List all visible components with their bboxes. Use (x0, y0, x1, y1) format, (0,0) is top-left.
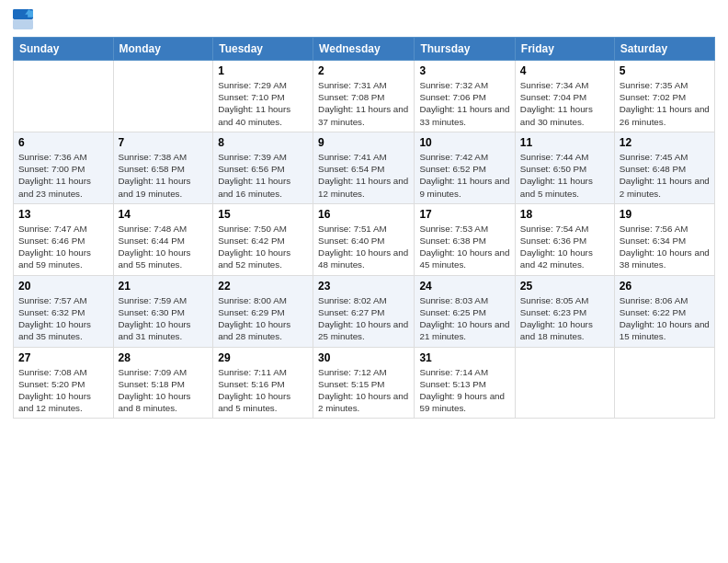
calendar-cell: 16Sunrise: 7:51 AM Sunset: 6:40 PM Dayli… (313, 203, 415, 275)
calendar-cell (515, 347, 614, 419)
calendar-cell: 31Sunrise: 7:14 AM Sunset: 5:13 PM Dayli… (415, 347, 515, 419)
day-number: 9 (318, 136, 409, 149)
calendar-cell: 23Sunrise: 8:02 AM Sunset: 6:27 PM Dayli… (313, 275, 415, 347)
day-number: 25 (520, 280, 609, 293)
weekday-header-row: SundayMondayTuesdayWednesdayThursdayFrid… (14, 38, 715, 61)
svg-rect-1 (13, 19, 33, 29)
calendar-cell: 10Sunrise: 7:42 AM Sunset: 6:52 PM Dayli… (415, 132, 515, 203)
day-info: Sunrise: 7:11 AM Sunset: 5:16 PM Dayligh… (218, 366, 308, 415)
calendar-cell: 2Sunrise: 7:31 AM Sunset: 7:08 PM Daylig… (313, 61, 415, 132)
day-number: 17 (419, 208, 509, 221)
calendar-cell: 24Sunrise: 8:03 AM Sunset: 6:25 PM Dayli… (415, 275, 515, 347)
day-number: 18 (520, 208, 609, 221)
weekday-header-monday: Monday (113, 38, 213, 61)
day-info: Sunrise: 7:36 AM Sunset: 7:00 PM Dayligh… (18, 151, 108, 200)
weekday-header-wednesday: Wednesday (313, 38, 415, 61)
calendar-cell: 8Sunrise: 7:39 AM Sunset: 6:56 PM Daylig… (213, 132, 313, 203)
day-info: Sunrise: 7:51 AM Sunset: 6:40 PM Dayligh… (318, 223, 409, 271)
day-number: 24 (419, 280, 509, 293)
day-number: 7 (119, 136, 209, 149)
calendar-cell: 20Sunrise: 7:57 AM Sunset: 6:32 PM Dayli… (14, 275, 114, 347)
calendar-cell: 4Sunrise: 7:34 AM Sunset: 7:04 PM Daylig… (515, 61, 614, 132)
day-info: Sunrise: 7:56 AM Sunset: 6:34 PM Dayligh… (620, 223, 710, 271)
day-info: Sunrise: 7:47 AM Sunset: 6:46 PM Dayligh… (18, 223, 108, 271)
day-number: 28 (119, 351, 209, 364)
day-number: 22 (218, 280, 308, 293)
calendar-cell: 19Sunrise: 7:56 AM Sunset: 6:34 PM Dayli… (614, 203, 714, 275)
day-info: Sunrise: 8:06 AM Sunset: 6:22 PM Dayligh… (620, 294, 710, 343)
calendar-cell (113, 61, 213, 132)
day-info: Sunrise: 7:32 AM Sunset: 7:06 PM Dayligh… (419, 79, 509, 128)
logo-icon (13, 9, 33, 29)
day-info: Sunrise: 7:31 AM Sunset: 7:08 PM Dayligh… (318, 79, 409, 128)
calendar-cell (14, 61, 114, 132)
day-info: Sunrise: 7:29 AM Sunset: 7:10 PM Dayligh… (218, 79, 308, 128)
calendar-cell: 30Sunrise: 7:12 AM Sunset: 5:15 PM Dayli… (313, 347, 415, 419)
day-number: 5 (620, 64, 710, 77)
calendar-cell: 3Sunrise: 7:32 AM Sunset: 7:06 PM Daylig… (415, 61, 515, 132)
weekday-header-tuesday: Tuesday (213, 38, 313, 61)
day-info: Sunrise: 7:12 AM Sunset: 5:15 PM Dayligh… (318, 366, 409, 415)
day-number: 15 (218, 208, 308, 221)
day-number: 30 (318, 351, 409, 364)
calendar-cell: 21Sunrise: 7:59 AM Sunset: 6:30 PM Dayli… (113, 275, 213, 347)
day-info: Sunrise: 7:54 AM Sunset: 6:36 PM Dayligh… (520, 223, 609, 271)
day-number: 8 (218, 136, 308, 149)
logo (13, 9, 35, 29)
calendar-cell: 12Sunrise: 7:45 AM Sunset: 6:48 PM Dayli… (614, 132, 714, 203)
calendar-cell: 13Sunrise: 7:47 AM Sunset: 6:46 PM Dayli… (14, 203, 114, 275)
day-info: Sunrise: 7:39 AM Sunset: 6:56 PM Dayligh… (218, 151, 308, 200)
day-info: Sunrise: 7:08 AM Sunset: 5:20 PM Dayligh… (18, 366, 108, 415)
day-info: Sunrise: 7:59 AM Sunset: 6:30 PM Dayligh… (119, 294, 209, 343)
day-number: 23 (318, 280, 409, 293)
day-number: 14 (119, 208, 209, 221)
day-info: Sunrise: 7:38 AM Sunset: 6:58 PM Dayligh… (119, 151, 209, 200)
weekday-header-thursday: Thursday (415, 38, 515, 61)
day-info: Sunrise: 7:34 AM Sunset: 7:04 PM Dayligh… (520, 79, 609, 128)
day-info: Sunrise: 7:44 AM Sunset: 6:50 PM Dayligh… (520, 151, 609, 200)
weekday-header-sunday: Sunday (14, 38, 114, 61)
calendar-table: SundayMondayTuesdayWednesdayThursdayFrid… (13, 37, 715, 419)
page-header (13, 9, 715, 29)
day-info: Sunrise: 7:50 AM Sunset: 6:42 PM Dayligh… (218, 223, 308, 271)
day-number: 16 (318, 208, 409, 221)
calendar-cell: 22Sunrise: 8:00 AM Sunset: 6:29 PM Dayli… (213, 275, 313, 347)
day-number: 31 (419, 351, 509, 364)
day-number: 21 (119, 280, 209, 293)
day-number: 12 (620, 136, 710, 149)
day-number: 3 (419, 64, 509, 77)
day-number: 19 (620, 208, 710, 221)
weekday-header-saturday: Saturday (614, 38, 714, 61)
calendar-cell: 27Sunrise: 7:08 AM Sunset: 5:20 PM Dayli… (14, 347, 114, 419)
calendar-cell: 1Sunrise: 7:29 AM Sunset: 7:10 PM Daylig… (213, 61, 313, 132)
day-number: 2 (318, 64, 409, 77)
day-info: Sunrise: 8:02 AM Sunset: 6:27 PM Dayligh… (318, 294, 409, 343)
day-number: 11 (520, 136, 609, 149)
calendar-cell: 26Sunrise: 8:06 AM Sunset: 6:22 PM Dayli… (614, 275, 714, 347)
day-number: 29 (218, 351, 308, 364)
day-number: 13 (18, 208, 108, 221)
calendar-cell: 9Sunrise: 7:41 AM Sunset: 6:54 PM Daylig… (313, 132, 415, 203)
day-number: 20 (18, 280, 108, 293)
day-number: 10 (419, 136, 509, 149)
day-info: Sunrise: 7:35 AM Sunset: 7:02 PM Dayligh… (620, 79, 710, 128)
day-number: 27 (18, 351, 108, 364)
calendar-cell (614, 347, 714, 419)
calendar-cell: 29Sunrise: 7:11 AM Sunset: 5:16 PM Dayli… (213, 347, 313, 419)
day-info: Sunrise: 7:09 AM Sunset: 5:18 PM Dayligh… (119, 366, 209, 415)
day-info: Sunrise: 7:42 AM Sunset: 6:52 PM Dayligh… (419, 151, 509, 200)
calendar-cell: 7Sunrise: 7:38 AM Sunset: 6:58 PM Daylig… (113, 132, 213, 203)
weekday-header-friday: Friday (515, 38, 614, 61)
calendar-cell: 5Sunrise: 7:35 AM Sunset: 7:02 PM Daylig… (614, 61, 714, 132)
calendar-cell: 28Sunrise: 7:09 AM Sunset: 5:18 PM Dayli… (113, 347, 213, 419)
calendar-cell: 15Sunrise: 7:50 AM Sunset: 6:42 PM Dayli… (213, 203, 313, 275)
day-info: Sunrise: 7:45 AM Sunset: 6:48 PM Dayligh… (620, 151, 710, 200)
day-info: Sunrise: 8:05 AM Sunset: 6:23 PM Dayligh… (520, 294, 609, 343)
day-info: Sunrise: 8:03 AM Sunset: 6:25 PM Dayligh… (419, 294, 509, 343)
day-info: Sunrise: 8:00 AM Sunset: 6:29 PM Dayligh… (218, 294, 308, 343)
day-info: Sunrise: 7:53 AM Sunset: 6:38 PM Dayligh… (419, 223, 509, 271)
calendar-cell: 18Sunrise: 7:54 AM Sunset: 6:36 PM Dayli… (515, 203, 614, 275)
day-number: 6 (18, 136, 108, 149)
day-number: 4 (520, 64, 609, 77)
calendar-cell: 6Sunrise: 7:36 AM Sunset: 7:00 PM Daylig… (14, 132, 114, 203)
